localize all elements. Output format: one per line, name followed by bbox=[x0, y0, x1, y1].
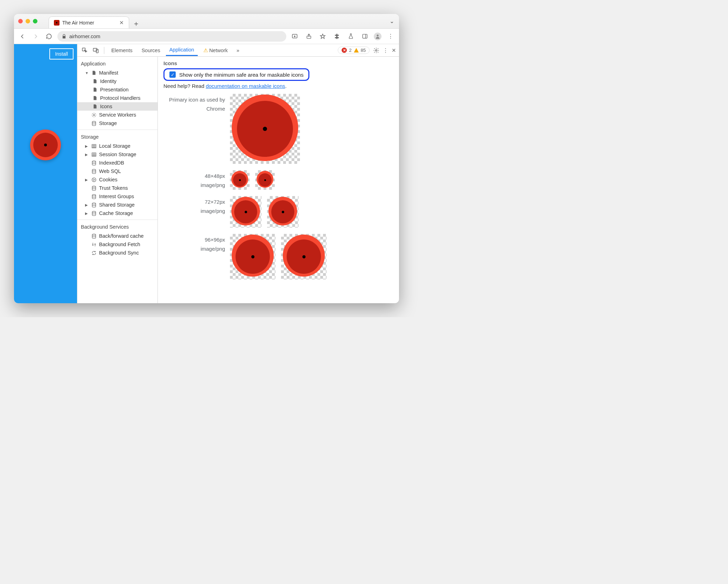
warning-triangle-icon: ⚠︎ bbox=[203, 48, 208, 53]
new-tab-button[interactable]: ＋ bbox=[133, 19, 140, 28]
sidebar-item-storage-app[interactable]: Storage bbox=[77, 119, 158, 127]
window-chevron-down-icon[interactable]: ⌄ bbox=[390, 18, 394, 25]
icon-preview[interactable] bbox=[267, 196, 299, 228]
browser-window: The Air Horner ✕ ＋ ⌄ airhorner.com bbox=[14, 14, 399, 303]
airhorn-button[interactable] bbox=[30, 130, 61, 160]
svg-point-14 bbox=[92, 178, 96, 181]
sidebar-item-protocol-handlers[interactable]: Protocol Handlers bbox=[77, 94, 158, 102]
svg-point-19 bbox=[92, 194, 96, 196]
forward-button[interactable] bbox=[31, 32, 41, 41]
more-tabs-button[interactable]: » bbox=[233, 46, 243, 55]
tab-network[interactable]: ⚠︎ Network bbox=[200, 45, 231, 56]
close-tab-button[interactable]: ✕ bbox=[119, 20, 124, 26]
cookie-icon bbox=[91, 177, 97, 182]
icon-preview[interactable] bbox=[230, 234, 275, 279]
icon-preview[interactable] bbox=[230, 196, 261, 228]
warning-count: 85 bbox=[361, 48, 366, 53]
sidebar-item-service-workers[interactable]: Service Workers bbox=[77, 111, 158, 119]
docs-link[interactable]: documentation on maskable icons bbox=[206, 83, 285, 89]
maximize-window-button[interactable] bbox=[33, 19, 37, 23]
database-icon bbox=[91, 160, 97, 166]
bookmark-star-icon[interactable] bbox=[318, 32, 328, 41]
minimize-window-button[interactable] bbox=[26, 19, 30, 23]
tab-strip: The Air Horner ✕ ＋ bbox=[49, 14, 140, 28]
airhorner-favicon bbox=[54, 20, 59, 26]
tab-application[interactable]: Application bbox=[166, 44, 198, 56]
sidebar-item-bf-cache[interactable]: Back/forward cache bbox=[77, 232, 158, 240]
install-button[interactable]: Install bbox=[49, 48, 74, 60]
sidebar-head-background: Background Services bbox=[77, 222, 158, 232]
error-count: 2 bbox=[349, 48, 351, 53]
file-icon bbox=[91, 70, 97, 76]
icon-preview[interactable] bbox=[230, 170, 250, 190]
sidebar-item-presentation[interactable]: Presentation bbox=[77, 85, 158, 94]
svg-point-13 bbox=[92, 169, 96, 171]
database-icon bbox=[91, 185, 97, 191]
sidebar-item-session-storage[interactable]: ▶Session Storage bbox=[77, 150, 158, 159]
side-panel-icon[interactable] bbox=[360, 32, 370, 41]
close-window-button[interactable] bbox=[18, 19, 23, 23]
back-button[interactable] bbox=[18, 32, 27, 41]
sidebar-item-bg-sync[interactable]: Background Sync bbox=[77, 249, 158, 257]
warning-badge-icon bbox=[354, 48, 359, 53]
sidebar-item-identity[interactable]: Identity bbox=[77, 77, 158, 85]
icon-preview[interactable] bbox=[230, 94, 300, 164]
database-icon bbox=[91, 168, 97, 174]
titlebar: The Air Horner ✕ ＋ ⌄ bbox=[14, 14, 399, 29]
close-devtools-button[interactable]: ✕ bbox=[392, 48, 396, 53]
extensions-icon[interactable] bbox=[332, 32, 342, 41]
browser-tab[interactable]: The Air Horner ✕ bbox=[49, 16, 129, 28]
svg-point-15 bbox=[93, 179, 93, 179]
devtools-tabbar: Elements Sources Application ⚠︎ Network … bbox=[77, 44, 399, 57]
sidebar-item-local-storage[interactable]: ▶Local Storage bbox=[77, 142, 158, 150]
sidebar-item-websql[interactable]: Web SQL bbox=[77, 167, 158, 175]
share-icon[interactable] bbox=[304, 32, 314, 41]
table-icon bbox=[91, 143, 97, 149]
svg-point-7 bbox=[376, 49, 377, 51]
inspect-element-icon[interactable] bbox=[80, 46, 89, 55]
url-text: airhorner.com bbox=[69, 34, 100, 39]
chrome-menu-button[interactable]: ⋮ bbox=[386, 32, 396, 41]
sidebar-head-application: Application bbox=[77, 59, 158, 69]
checkbox-label: Show only the minimum safe area for mask… bbox=[179, 72, 303, 78]
sidebar-item-icons[interactable]: Icons bbox=[77, 102, 158, 111]
traffic-lights bbox=[18, 19, 37, 23]
labs-icon[interactable] bbox=[346, 32, 356, 41]
reload-button[interactable] bbox=[44, 32, 54, 41]
fetch-icon bbox=[91, 242, 97, 247]
devtools-body: Application ▼Manifest Identity Presentat… bbox=[77, 57, 399, 303]
icon-preview[interactable] bbox=[281, 234, 327, 279]
sidebar-item-indexeddb[interactable]: IndexedDB bbox=[77, 159, 158, 167]
database-icon bbox=[91, 210, 97, 216]
sidebar-item-manifest[interactable]: ▼Manifest bbox=[77, 69, 158, 77]
file-icon bbox=[92, 87, 98, 92]
tab-sources[interactable]: Sources bbox=[138, 45, 163, 56]
error-badge-icon: ✕ bbox=[342, 48, 347, 53]
profile-avatar[interactable] bbox=[374, 33, 382, 40]
sidebar-item-cookies[interactable]: ▶Cookies bbox=[77, 175, 158, 184]
devtools-menu-button[interactable]: ⋮ bbox=[383, 48, 388, 53]
sidebar-item-interest-groups[interactable]: Interest Groups bbox=[77, 192, 158, 201]
sidebar-item-cache-storage[interactable]: ▶Cache Storage bbox=[77, 209, 158, 217]
svg-point-12 bbox=[92, 161, 96, 162]
sidebar-item-shared-storage[interactable]: ▶Shared Storage bbox=[77, 201, 158, 209]
maskable-checkbox[interactable]: ✓ bbox=[169, 71, 176, 78]
browser-toolbar: airhorner.com ⋮ bbox=[14, 29, 399, 44]
svg-point-3 bbox=[377, 34, 378, 36]
settings-gear-icon[interactable] bbox=[373, 47, 379, 54]
application-sidebar: Application ▼Manifest Identity Presentat… bbox=[77, 57, 158, 303]
icon-preview[interactable] bbox=[255, 170, 275, 190]
sidebar-item-trust-tokens[interactable]: Trust Tokens bbox=[77, 184, 158, 192]
issue-counts[interactable]: ✕ 2 85 bbox=[338, 47, 370, 54]
icon-meta-96: 96×96px image/png bbox=[163, 234, 230, 253]
tab-elements[interactable]: Elements bbox=[108, 45, 136, 56]
svg-point-16 bbox=[94, 179, 94, 180]
device-mode-icon[interactable] bbox=[91, 46, 100, 55]
database-icon bbox=[91, 120, 97, 126]
sidebar-item-bg-fetch[interactable]: Background Fetch bbox=[77, 240, 158, 249]
gear-icon bbox=[91, 112, 97, 118]
address-bar[interactable]: airhorner.com bbox=[57, 31, 286, 42]
toolbar-right: ⋮ bbox=[290, 32, 396, 41]
file-icon bbox=[92, 104, 98, 109]
install-pwa-icon[interactable] bbox=[290, 32, 300, 41]
